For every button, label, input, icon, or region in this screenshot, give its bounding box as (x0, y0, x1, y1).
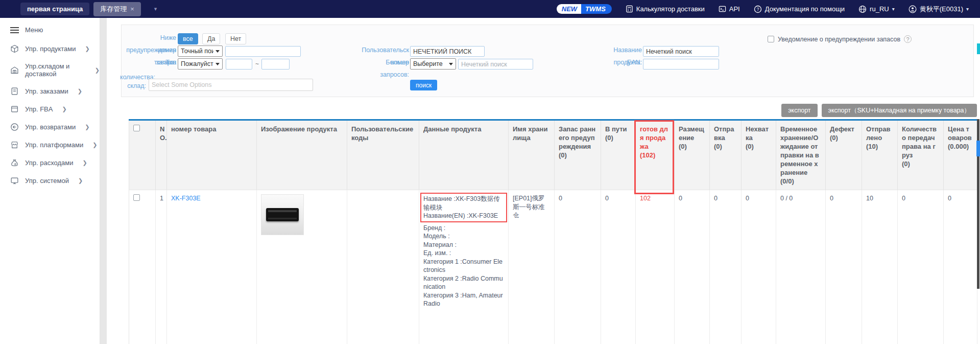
cell-cargo-transfers: 0 (898, 190, 944, 344)
item-number-input[interactable] (225, 46, 301, 57)
tab-inventory[interactable]: 库存管理 × (93, 2, 141, 16)
warehouse-multiselect[interactable] (149, 79, 313, 91)
label-product-name-1: Название (540, 47, 642, 54)
scrollbar-thumb-cyan[interactable] (977, 43, 980, 54)
ean-input[interactable] (643, 59, 719, 70)
sidebar-item-platforms[interactable]: Упр. платформами ❯ (0, 136, 100, 154)
label-item-number-1: номер (74, 47, 176, 54)
globe-icon (858, 5, 867, 13)
search-button[interactable]: поиск (410, 80, 437, 90)
select-caret-icon (449, 63, 453, 65)
api-label: API (729, 5, 740, 13)
product-image[interactable] (261, 194, 304, 235)
product-field: Модель : (423, 232, 504, 241)
toggle-yes-button[interactable]: Да (202, 33, 220, 44)
shipping-calculator-link[interactable]: Калькулятор доставки (626, 5, 705, 13)
sku-link[interactable]: XK-F303E (171, 195, 201, 202)
sidebar-item-expenses[interactable]: Упр. расходами ❯ (0, 154, 100, 172)
header-no: NO. (156, 121, 167, 190)
notify-checkbox[interactable] (768, 36, 774, 42)
match-type-select[interactable]: Точный пои (178, 45, 223, 57)
qty-type-value: Пожалуйст (181, 60, 213, 67)
cell-early-warning: 0 (555, 190, 601, 344)
custom-query-input[interactable] (410, 46, 485, 57)
header-ready-for-sale: готов для продажа(102) (636, 121, 675, 190)
sidebar-item-fba[interactable]: Упр. FBA ❯ (0, 100, 100, 118)
header-product-data: Данные продукта (419, 121, 509, 190)
menu-label: Меню (25, 26, 43, 34)
export-sku-button[interactable]: экспорт（SKU+Накладная на приемку товара） (822, 104, 977, 117)
api-link[interactable]: API (719, 5, 740, 13)
qty-to-input[interactable] (261, 59, 290, 70)
chevron-right-icon: ❯ (62, 106, 66, 112)
label-more: Больше (307, 59, 409, 66)
tab-inventory-label: 库存管理 (100, 5, 127, 14)
cell-no: 1 (156, 190, 167, 344)
twms-brand-label: TWMS (581, 4, 612, 14)
user-menu[interactable]: 黄秋平(E0031) ▾ (909, 5, 969, 14)
header-product-image: Изображение продукта (257, 121, 347, 190)
warehouse-icon (10, 66, 19, 75)
header-item-number: номер товара (167, 121, 257, 190)
sidebar-item-label: Упр. продуктами (25, 45, 76, 53)
language-label: ru_RU (870, 5, 889, 13)
header-goods-price: Цена товаров(0.000) (944, 121, 977, 190)
device-photo-shape (266, 208, 299, 221)
sidebar-item-label: Упр. расходами (25, 159, 73, 167)
main-content: Ниже предупреждения запаса номер товара:… (100, 18, 980, 344)
chevron-right-icon: ❯ (95, 67, 100, 74)
product-name-input[interactable] (643, 46, 719, 57)
tab-close-icon[interactable]: × (130, 5, 134, 13)
label-ean: EAN: (540, 59, 642, 66)
cell-custom-codes (347, 190, 419, 344)
user-caret-icon: ▾ (966, 6, 969, 12)
qty-type-select[interactable]: Пожалуйст (178, 58, 223, 70)
cell-storage-name: [EP01]俄罗斯一号标准仓 (509, 190, 555, 344)
product-field: Ед. изм. : (423, 249, 504, 258)
toggle-all-button[interactable]: все (178, 33, 198, 44)
sidebar-item-returns[interactable]: Упр. возвратами ❯ (0, 118, 100, 136)
header-in-transit: В пути(0) (601, 121, 636, 190)
content-left-rail (100, 18, 107, 344)
header-select-all (129, 121, 156, 190)
tab-home[interactable]: первая страница (20, 3, 89, 15)
cell-ready-for-sale: 102 (636, 190, 675, 344)
cell-placement: 0 (675, 190, 710, 344)
sidebar-item-system[interactable]: Упр. системой ❯ (0, 172, 100, 190)
qty-from-input[interactable] (226, 59, 252, 70)
cell-defect: 0 (826, 190, 862, 344)
sidebar-item-label: Упр. FBA (25, 105, 53, 113)
row-checkbox[interactable] (133, 194, 140, 201)
header-shipping: Отправка(0) (710, 121, 742, 190)
product-field: Категория 2 :Radio Communication (423, 274, 504, 291)
language-switcher[interactable]: ru_RU ▾ (858, 5, 895, 13)
document-icon (10, 87, 19, 96)
user-name-label: 黄秋平(E0031) (920, 5, 963, 14)
range-tilde: ~ (255, 60, 259, 67)
cell-item-number: XK-F303E (167, 190, 257, 344)
fuzzy-search-input[interactable] (458, 59, 533, 70)
calculator-icon (626, 5, 633, 13)
cell-shipped: 10 (862, 190, 898, 344)
shipping-calculator-label: Калькулятор доставки (636, 5, 705, 13)
topbar: первая страница 库存管理 × ▾ NEW TWMS Кальку… (0, 0, 980, 18)
label-warehouse: склад: (44, 82, 146, 89)
box-icon (10, 105, 19, 113)
more-select[interactable]: Выберите (410, 58, 456, 70)
return-icon (10, 123, 19, 131)
question-circle-icon: ? (754, 5, 762, 13)
label-qty-type-1: Тип (74, 59, 176, 66)
tabs-dropdown-caret-icon[interactable]: ▾ (154, 6, 157, 12)
export-button[interactable]: экспорт (781, 104, 817, 117)
header-early-warning: Запас раннего предупреждения(0) (555, 121, 601, 190)
help-icon[interactable]: ? (904, 35, 912, 43)
toggle-no-button[interactable]: Нет (225, 33, 246, 44)
product-field: Название :XK-F303数据传输模块 (423, 195, 504, 212)
scrollbar-thumb-blue[interactable] (976, 141, 980, 156)
select-all-checkbox[interactable] (133, 125, 140, 131)
table-row: 1 XK-F303E Название :XK-F303数据传输模块 Назва… (129, 190, 977, 344)
store-icon (10, 141, 19, 149)
filter-panel: Ниже предупреждения запаса номер товара:… (121, 25, 974, 97)
export-toolbar: экспорт экспорт（SKU+Накладная на приемку… (781, 104, 977, 117)
help-docs-link[interactable]: ? Документация по помощи (754, 5, 845, 13)
